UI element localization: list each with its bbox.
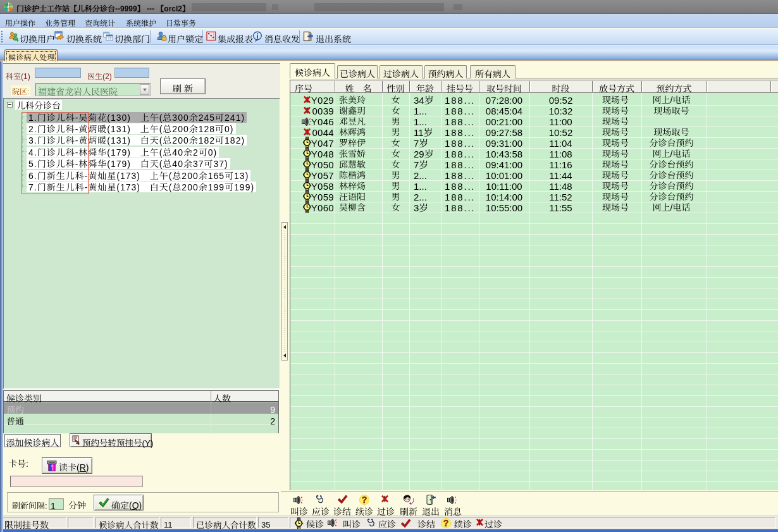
svg-text:?: ? <box>443 518 449 528</box>
svg-text:?: ? <box>362 495 367 505</box>
